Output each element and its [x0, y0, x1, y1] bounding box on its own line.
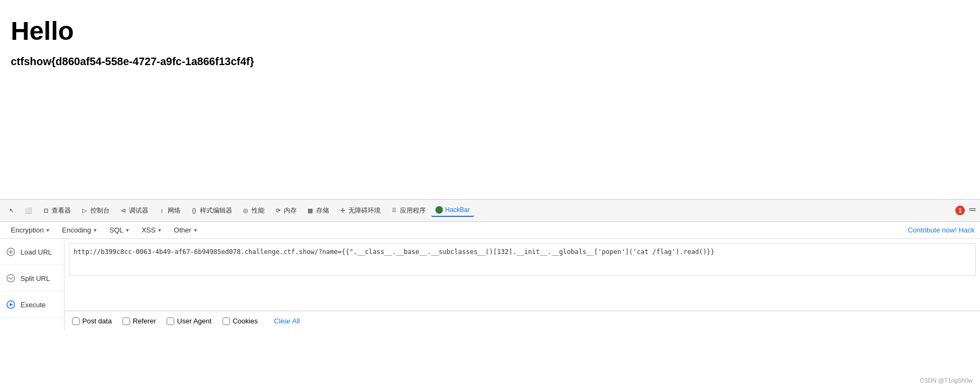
devtools-network-label: 网络 [168, 206, 181, 215]
devtools-perf-label: 性能 [252, 206, 264, 215]
hackbar-panel: Encryption ▼ Encoding ▼ SQL ▼ XSS ▼ Othe… [0, 222, 980, 330]
app-icon: ⠿ [390, 207, 398, 214]
devtools-perf-tab[interactable]: ◎ 性能 [238, 204, 269, 217]
other-menu[interactable]: Other ▼ [168, 224, 203, 236]
devtools-viewer-label: 查看器 [52, 206, 71, 215]
memory-icon: ⟳ [274, 207, 282, 214]
devtools-memory-tab[interactable]: ⟳ 内存 [270, 204, 301, 217]
split-url-icon [5, 273, 16, 284]
devtools-toolbar: ↖ ⬜ ⊡ 查看器 ▷ 控制台 ⊲ 调试器 ↕ 网络 {} 样式编辑器 ◎ 性能… [0, 199, 980, 222]
post-data-label: Post data [82, 317, 112, 325]
devtools-accessibility-tab[interactable]: ✛ 无障碍环境 [334, 204, 385, 217]
svg-rect-0 [969, 208, 976, 209]
load-url-button[interactable]: Load URL [0, 239, 64, 265]
pointer-icon: ↖ [8, 207, 15, 214]
referer-label: Referer [133, 317, 156, 325]
devtools-debugger-label: 调试器 [129, 206, 148, 215]
encryption-arrow: ▼ [45, 228, 50, 233]
execute-icon [5, 299, 16, 310]
devtools-storage-label: 存储 [316, 206, 329, 215]
execute-button[interactable]: Execute [0, 292, 64, 318]
xss-label: XSS [141, 226, 155, 234]
hackbar-dot-icon [435, 206, 443, 214]
other-label: Other [174, 226, 191, 234]
cookies-checkbox[interactable]: Cookies [223, 317, 258, 325]
console-icon: ▷ [81, 207, 88, 214]
devtools-memory-label: 内存 [284, 206, 297, 215]
url-input-area [65, 239, 980, 311]
user-agent-check[interactable] [167, 318, 174, 325]
user-agent-checkbox[interactable]: User Agent [167, 317, 211, 325]
network-icon: ↕ [158, 207, 166, 214]
svg-rect-1 [969, 210, 976, 211]
storage-icon: ▦ [306, 207, 314, 214]
devtools-inspector-tab[interactable]: ⬜ [20, 204, 37, 216]
inspector-copy-icon: ⬜ [25, 207, 32, 214]
encryption-label: Encryption [11, 226, 44, 234]
devtools-style-label: 样式编辑器 [200, 206, 232, 215]
contribute-link[interactable]: Contribute now! Hack [908, 226, 975, 234]
devtools-app-tab[interactable]: ⠿ 应用程序 [386, 204, 430, 217]
encoding-menu[interactable]: Encoding ▼ [56, 224, 103, 236]
page-title: Hello [11, 16, 969, 46]
viewer-icon: ⊡ [42, 207, 49, 214]
flag-text: ctfshow{d860af54-558e-4727-a9fc-1a866f13… [11, 55, 969, 68]
load-url-label: Load URL [20, 248, 52, 256]
cookies-check[interactable] [223, 318, 230, 325]
error-count-badge[interactable]: 1 [955, 206, 965, 215]
xss-arrow: ▼ [157, 228, 162, 233]
encoding-label: Encoding [62, 226, 91, 234]
load-url-icon [5, 246, 16, 257]
devtools-pointer-tab[interactable]: ↖ [3, 204, 19, 216]
encoding-arrow: ▼ [93, 228, 98, 233]
devtools-network-tab[interactable]: ↕ 网络 [154, 204, 185, 217]
hackbar-main-area: Post data Referer User Agent Cookies Cle… [65, 239, 980, 330]
devtools-right-panel: 1 [955, 206, 977, 215]
split-url-button[interactable]: Split URL [0, 265, 64, 292]
devtools-debugger-tab[interactable]: ⊲ 调试器 [115, 204, 153, 217]
hackbar-body: Load URL Split URL Execu [0, 239, 980, 330]
hackbar-footer: Post data Referer User Agent Cookies Cle… [65, 311, 980, 330]
post-data-check[interactable] [72, 318, 80, 325]
debugger-icon: ⊲ [119, 207, 127, 214]
referer-check[interactable] [123, 318, 130, 325]
user-agent-label: User Agent [177, 317, 211, 325]
hackbar-sidebar: Load URL Split URL Execu [0, 239, 65, 330]
perf-icon: ◎ [242, 207, 249, 214]
accessibility-icon: ✛ [339, 207, 346, 214]
devtools-viewer-tab[interactable]: ⊡ 查看器 [38, 204, 75, 217]
hackbar-menu-bar: Encryption ▼ Encoding ▼ SQL ▼ XSS ▼ Othe… [0, 222, 980, 239]
xss-menu[interactable]: XSS ▼ [136, 224, 167, 236]
split-url-label: Split URL [20, 274, 50, 283]
devtools-console-tab[interactable]: ▷ 控制台 [76, 204, 114, 217]
devtools-style-tab[interactable]: {} 样式编辑器 [186, 204, 237, 217]
svg-point-3 [7, 274, 15, 282]
execute-label: Execute [20, 301, 46, 309]
devtools-storage-tab[interactable]: ▦ 存储 [302, 204, 333, 217]
watermark-text: CSDN @T1ngSh0w [920, 377, 972, 384]
cookies-label: Cookies [233, 317, 258, 325]
referer-checkbox[interactable]: Referer [123, 317, 156, 325]
url-input[interactable] [69, 243, 976, 276]
devtools-hackbar-label: HackBar [445, 206, 470, 214]
svg-marker-5 [10, 303, 13, 306]
other-arrow: ▼ [193, 228, 198, 233]
clear-all-button[interactable]: Clear All [274, 317, 300, 325]
devtools-hackbar-tab[interactable]: HackBar [431, 204, 474, 217]
style-icon: {} [190, 207, 198, 214]
sql-menu[interactable]: SQL ▼ [104, 224, 135, 236]
devtools-more-icon[interactable] [968, 206, 977, 215]
sql-label: SQL [109, 226, 123, 234]
devtools-accessibility-label: 无障碍环境 [348, 206, 381, 215]
devtools-app-label: 应用程序 [400, 206, 426, 215]
encryption-menu[interactable]: Encryption ▼ [5, 224, 55, 236]
post-data-checkbox[interactable]: Post data [72, 317, 112, 325]
devtools-console-label: 控制台 [90, 206, 110, 215]
sql-arrow: ▼ [125, 228, 130, 233]
